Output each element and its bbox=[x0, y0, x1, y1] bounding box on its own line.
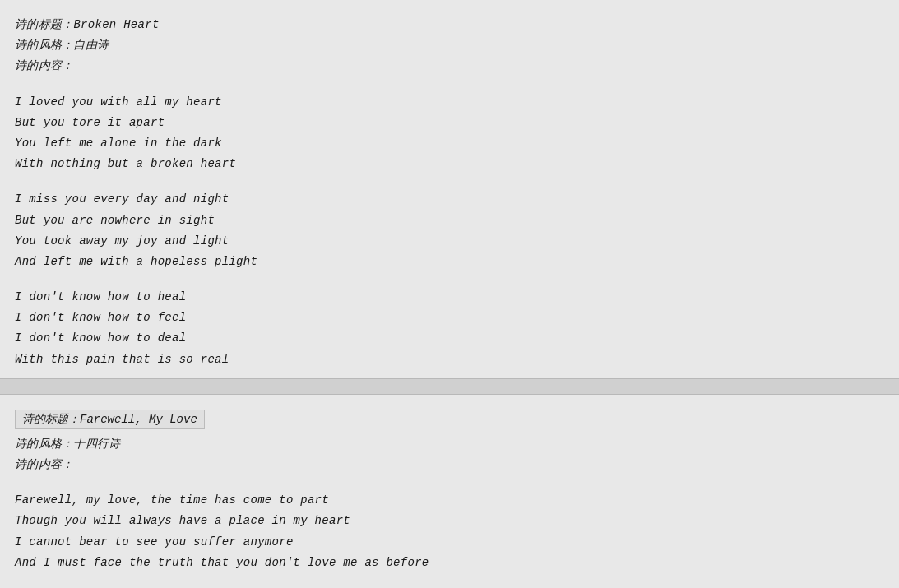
poem1-s3-l2: I don't know how to feel bbox=[15, 308, 884, 328]
poem-2-section: 诗的标题：Farewell, My Love 诗的风格：十四行诗 诗的内容： F… bbox=[15, 395, 884, 581]
poem1-s3-l1: I don't know how to heal bbox=[15, 287, 884, 308]
poem-separator bbox=[0, 378, 899, 395]
poem2-s1-l4: And I must face the truth that you don't… bbox=[15, 553, 884, 573]
poem1-s2-l2: But you are nowhere in sight bbox=[15, 211, 884, 231]
poem1-style: 诗的风格：自由诗 bbox=[15, 35, 884, 56]
poem1-s2-l3: You took away my joy and light bbox=[15, 231, 884, 252]
poem1-title: 诗的标题：Broken Heart bbox=[15, 15, 884, 35]
poem1-s1-l2: But you tore it apart bbox=[15, 113, 884, 133]
poem1-s1-l1: I loved you with all my heart bbox=[15, 92, 884, 113]
poem1-s2-l4: And left me with a hopeless plight bbox=[15, 252, 884, 272]
poem2-style: 诗的风格：十四行诗 bbox=[15, 434, 884, 455]
poem2-s1-l1: Farewell, my love, the time has come to … bbox=[15, 490, 884, 511]
poem1-s3-l3: I don't know how to deal bbox=[15, 328, 884, 349]
poem1-s1-l4: With nothing but a broken heart bbox=[15, 154, 884, 174]
poem1-content-label: 诗的内容： bbox=[15, 56, 884, 76]
poem1-s3-l4: With this pain that is so real bbox=[15, 350, 884, 370]
poem1-s1-l3: You left me alone in the dark bbox=[15, 133, 884, 154]
poem1-s2-l1: I miss you every day and night bbox=[15, 189, 884, 210]
poem2-s1-l3: I cannot bear to see you suffer anymore bbox=[15, 532, 884, 553]
main-content: 诗的标题：Broken Heart 诗的风格：自由诗 诗的内容： I loved… bbox=[0, 0, 899, 588]
poem-1-section: 诗的标题：Broken Heart 诗的风格：自由诗 诗的内容： I loved… bbox=[15, 7, 884, 378]
poem2-title-badge: 诗的标题：Farewell, My Love bbox=[15, 410, 205, 429]
poem2-content-label: 诗的内容： bbox=[15, 455, 884, 475]
poem2-s1-l2: Though you will always have a place in m… bbox=[15, 511, 884, 531]
